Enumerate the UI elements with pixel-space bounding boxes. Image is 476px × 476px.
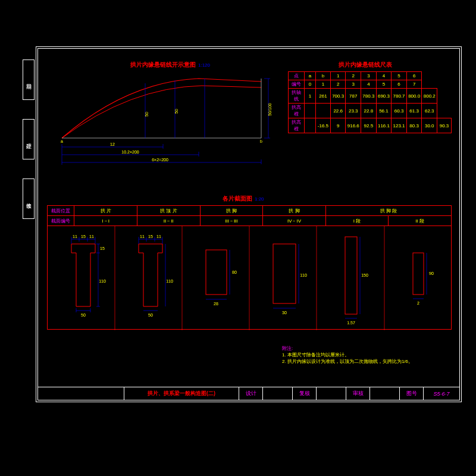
sections-svg: 11 15 11 15 110 50 11 15 11 110 50 — [48, 226, 452, 330]
svg-text:110: 110 — [300, 273, 307, 277]
svg-text:50/100: 50/100 — [268, 103, 272, 116]
tb-sheet-num: S5-6-7 — [424, 387, 459, 400]
tb-check: 复核 — [293, 387, 317, 400]
svg-text:a: a — [61, 139, 63, 143]
notes: 附注: 1. 本图尺寸除备注均以厘米计。 2. 拱片内缘以设计为准线，以顶为二次… — [282, 345, 449, 365]
sections-scale: 1:20 — [255, 196, 264, 202]
section-header-table: 截面位置拱 片拱 顶 片拱 脚拱 脚拱 脚 段截面编号I－III－IIIII－I… — [47, 205, 452, 226]
svg-text:50: 50 — [174, 109, 178, 114]
svg-text:50: 50 — [81, 313, 86, 317]
svg-text:6×2=200: 6×2=200 — [152, 158, 168, 162]
arch-diagram: 12 10.2×200 6×2=200 50/100 50 50 a b — [56, 67, 276, 168]
svg-text:28: 28 — [214, 302, 218, 306]
svg-text:110: 110 — [99, 279, 106, 283]
svg-text:15: 15 — [81, 234, 86, 239]
svg-text:1.57: 1.57 — [347, 321, 355, 325]
svg-text:10.2×200: 10.2×200 — [121, 150, 139, 154]
svg-text:12: 12 — [110, 142, 115, 146]
sections-title: 各片截面图1:20 — [223, 195, 264, 203]
title-block: 拱片、拱系梁一般构造图(二) 设计 复核 审核 图号 S5-6-7 — [38, 387, 459, 400]
tb-design: 设计 — [239, 387, 263, 400]
svg-text:2: 2 — [417, 301, 419, 305]
svg-text:50: 50 — [145, 112, 149, 117]
side-tab-process: 处理 — [23, 119, 35, 159]
svg-rect-75 — [413, 253, 424, 295]
svg-rect-70 — [345, 237, 357, 314]
svg-text:150: 150 — [361, 273, 368, 277]
svg-text:11: 11 — [89, 234, 94, 239]
note-header: 附注: — [282, 345, 449, 352]
svg-text:b: b — [260, 139, 262, 143]
side-tab-date: 日期 — [23, 60, 35, 100]
svg-text:11: 11 — [140, 234, 145, 239]
sections-title-text: 各片截面图 — [223, 195, 252, 202]
svg-text:80: 80 — [232, 270, 237, 274]
note-line-2: 2. 拱片内缘以设计为准线，以顶为二次抛物线，矢跨比为1/6。 — [282, 358, 449, 365]
inner-frame: 拱片内缘悬链线开示意图1:120 12 10.2×200 6×2=200 — [37, 48, 460, 400]
svg-rect-65 — [273, 244, 296, 303]
svg-text:11: 11 — [73, 234, 77, 239]
tb-approve: 审核 — [346, 387, 370, 400]
section-box: 11 15 11 15 110 50 11 15 11 110 50 — [47, 226, 452, 330]
tb-sheet-label: 图号 — [400, 387, 424, 400]
dim-table: 点ab123456编号01234567拱轴线1261700.3787780.36… — [288, 71, 452, 133]
svg-text:15: 15 — [148, 234, 153, 239]
svg-text:50: 50 — [148, 313, 153, 317]
side-tab-modify: 修改 — [23, 178, 35, 219]
svg-text:110: 110 — [166, 279, 173, 283]
drawing-title: 拱片、拱系梁一般构造图(二) — [124, 387, 239, 400]
note-line-1: 1. 本图尺寸除备注均以厘米计。 — [282, 352, 449, 358]
svg-rect-60 — [206, 250, 227, 295]
svg-text:11: 11 — [156, 234, 161, 239]
svg-text:30: 30 — [282, 311, 287, 315]
svg-text:90: 90 — [429, 271, 434, 275]
svg-text:15: 15 — [100, 246, 105, 250]
dim-table-title: 拱片内缘悬链线尺表 — [339, 61, 392, 69]
